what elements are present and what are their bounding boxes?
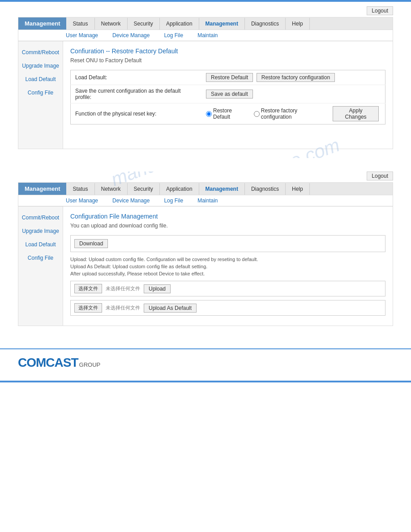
footer: COMCAST GROUP bbox=[0, 348, 411, 376]
nav-security-2[interactable]: Security bbox=[128, 183, 160, 195]
sidebar-loaddefault-2[interactable]: Load Default bbox=[18, 238, 63, 251]
nav-status-1[interactable]: Status bbox=[66, 18, 94, 30]
subnav-logfile-1[interactable]: Log File bbox=[161, 31, 186, 39]
panel-2: Management Status Network Security Appli… bbox=[18, 182, 393, 326]
table-cell-label-3: Function of the physical reset key: bbox=[71, 103, 202, 124]
upload-row-2: 选择文件 未选择任何文件 Upload As Default bbox=[70, 300, 385, 316]
sidebar-main-2: Commit/Reboot Upgrade Image Load Default… bbox=[18, 206, 393, 326]
radio-restore-default[interactable]: Restore Default bbox=[206, 107, 250, 120]
nav-top-2: Management Status Network Security Appli… bbox=[18, 183, 393, 195]
bottom-border bbox=[0, 381, 411, 382]
radio-label-restore-factory: Restore factory configuration bbox=[261, 107, 329, 120]
nav-application-1[interactable]: Application bbox=[160, 18, 199, 30]
upload-btn-1[interactable]: Upload bbox=[144, 284, 171, 293]
file-name-2: 未选择任何文件 bbox=[106, 305, 140, 311]
sidebar-configfile-1[interactable]: Config File bbox=[18, 86, 63, 99]
nav-management-2[interactable]: Management bbox=[199, 183, 245, 195]
upload-as-default-btn[interactable]: Upload As Default bbox=[144, 304, 197, 313]
sidebar-main-1: Commit/Reboot Upgrade Image Load Default… bbox=[18, 41, 393, 149]
logo-comcast-text: COMCAST bbox=[18, 356, 78, 370]
upload-note-1: Upload: Upload custom config file. Confi… bbox=[70, 257, 385, 262]
upload-row-1: 选择文件 未选择任何文件 Upload bbox=[70, 281, 385, 296]
content-2: Configuration File Management You can up… bbox=[63, 206, 393, 326]
page-title-1: Confiuration -- Resotre Factory Default bbox=[70, 47, 385, 55]
logo-group-text: GROUP bbox=[79, 361, 101, 368]
choose-file-btn-2[interactable]: 选择文件 bbox=[74, 303, 102, 313]
nav-network-2[interactable]: Network bbox=[95, 183, 128, 195]
subnav-usermanage-2[interactable]: User Manage bbox=[63, 197, 101, 205]
file-name-1: 未选择任何文件 bbox=[106, 285, 140, 292]
restore-factory-btn-1[interactable]: Restore factory configuration bbox=[257, 73, 335, 82]
section2: Logout Management Status Network Securit… bbox=[18, 172, 393, 335]
radio-input-restore-default[interactable] bbox=[206, 111, 212, 117]
page-title-2: Configuration File Management bbox=[70, 213, 385, 220]
logout-button-2[interactable]: Logout bbox=[367, 172, 393, 180]
sidebar-commit-1[interactable]: Commit/Reboot bbox=[18, 46, 63, 59]
management-label-2: Management bbox=[18, 183, 66, 195]
subnav-devicemanage-1[interactable]: Device Manage bbox=[110, 31, 152, 39]
sidebar-upgrade-2[interactable]: Upgrade Image bbox=[18, 224, 63, 238]
sidebar-loaddefault-1[interactable]: Load Default bbox=[18, 73, 63, 86]
subnav-usermanage-1[interactable]: User Manage bbox=[63, 31, 101, 39]
upload-note-2: Upload As Default: Upload custom config … bbox=[70, 264, 385, 269]
nav-help-2[interactable]: Help bbox=[286, 183, 310, 195]
radio-group-reset: Restore Default Restore factory configur… bbox=[206, 106, 381, 121]
nav-items-1: Status Network Security Application Mana… bbox=[66, 18, 309, 30]
nav-help-1[interactable]: Help bbox=[286, 18, 310, 30]
panel-1: Management Status Network Security Appli… bbox=[18, 17, 393, 149]
radio-input-restore-factory[interactable] bbox=[254, 111, 260, 117]
section1: Logout Management Status Network Securit… bbox=[18, 6, 393, 158]
upload-notes: Upload: Upload custom config file. Confi… bbox=[70, 257, 385, 276]
radio-label-restore-default: Restore Default bbox=[213, 107, 250, 120]
restore-default-btn[interactable]: Restore Default bbox=[206, 73, 253, 82]
sidebar-2: Commit/Reboot Upgrade Image Load Default… bbox=[18, 206, 63, 326]
table-row-physicalreset: Function of the physical reset key: Rest… bbox=[71, 103, 385, 124]
nav-items-2: Status Network Security Application Mana… bbox=[66, 183, 309, 195]
table-cell-controls-3: Restore Default Restore factory configur… bbox=[201, 103, 385, 124]
content-1: Confiuration -- Resotre Factory Default … bbox=[63, 41, 393, 149]
sidebar-configfile-2[interactable]: Config File bbox=[18, 251, 63, 265]
sidebar-upgrade-1[interactable]: Upgrade Image bbox=[18, 59, 63, 73]
subnav-logfile-2[interactable]: Log File bbox=[161, 197, 186, 205]
apply-changes-btn-1[interactable]: Apply Changes bbox=[333, 106, 379, 121]
config-table-1: Load Default: Restore Default Restore fa… bbox=[70, 70, 385, 124]
nav-management-1[interactable]: Management bbox=[199, 18, 245, 30]
nav-status-2[interactable]: Status bbox=[66, 183, 94, 195]
subnav-maintain-2[interactable]: Maintain bbox=[195, 197, 220, 205]
comcast-logo: COMCAST GROUP bbox=[18, 356, 100, 370]
radio-restore-factory[interactable]: Restore factory configuration bbox=[254, 107, 329, 120]
sidebar-commit-2[interactable]: Commit/Reboot bbox=[18, 211, 63, 224]
sidebar-1: Commit/Reboot Upgrade Image Load Default… bbox=[18, 41, 63, 149]
table-cell-label-1: Load Default: bbox=[71, 70, 202, 85]
download-btn[interactable]: Download bbox=[74, 239, 108, 248]
nav-application-2[interactable]: Application bbox=[160, 183, 199, 195]
nav-bar-1: Management Status Network Security Appli… bbox=[18, 17, 393, 41]
page-subtitle-1: Reset ONU to Factory Default bbox=[70, 57, 385, 64]
upload-note-3: After upload successfully, Please reboot… bbox=[70, 271, 385, 276]
nav-security-1[interactable]: Security bbox=[128, 18, 160, 30]
subnav-1: User Manage Device Manage Log File Maint… bbox=[18, 30, 393, 41]
nav-top-1: Management Status Network Security Appli… bbox=[18, 17, 393, 30]
management-label-1: Management bbox=[18, 17, 66, 30]
table-cell-controls-2: Save as default bbox=[201, 85, 385, 103]
download-area: Download bbox=[70, 235, 385, 252]
table-cell-controls-1: Restore Default Restore factory configur… bbox=[201, 70, 385, 85]
subnav-maintain-1[interactable]: Maintain bbox=[195, 31, 220, 39]
logout-button-1[interactable]: Logout bbox=[367, 6, 393, 15]
nav-network-1[interactable]: Network bbox=[95, 18, 128, 30]
nav-diagnostics-1[interactable]: Diagnostics bbox=[245, 18, 286, 30]
page-subtitle-2: You can upload and download config file. bbox=[70, 223, 385, 229]
table-cell-label-2: Save the current configuration as the de… bbox=[71, 85, 202, 103]
choose-file-btn-1[interactable]: 选择文件 bbox=[74, 284, 102, 293]
save-as-default-btn[interactable]: Save as default bbox=[206, 90, 253, 99]
nav-bar-2: Management Status Network Security Appli… bbox=[18, 183, 393, 206]
nav-diagnostics-2[interactable]: Diagnostics bbox=[245, 183, 286, 195]
subnav-2: User Manage Device Manage Log File Maint… bbox=[18, 195, 393, 206]
table-row-savedefault: Save the current configuration as the de… bbox=[71, 85, 385, 103]
table-row-loaddefault: Load Default: Restore Default Restore fa… bbox=[71, 70, 385, 85]
subnav-devicemanage-2[interactable]: Device Manage bbox=[110, 197, 152, 205]
